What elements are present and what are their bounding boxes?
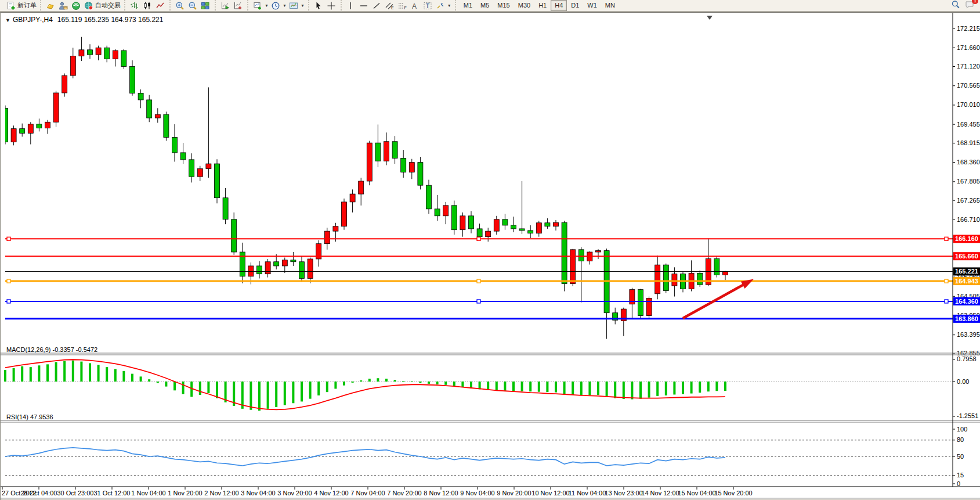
text-button[interactable]: A: [409, 1, 422, 11]
macd-bar: [38, 365, 40, 382]
svg-text:165.660: 165.660: [955, 253, 978, 260]
horizontal-line-button[interactable]: [358, 1, 371, 11]
signal-button[interactable]: [70, 1, 83, 11]
svg-text:15 Nov 20:00: 15 Nov 20:00: [714, 490, 752, 497]
fibonacci-button[interactable]: F: [396, 1, 409, 11]
zoom-out-button[interactable]: [187, 1, 200, 11]
timeframe-M5[interactable]: M5: [476, 0, 493, 11]
bull-candle: [367, 143, 372, 181]
macd-bar: [148, 379, 150, 382]
svg-text:164.943: 164.943: [955, 278, 978, 285]
trendline-button[interactable]: [371, 1, 384, 11]
bear-candle: [401, 158, 406, 172]
search-icon[interactable]: [951, 0, 960, 12]
macd-bar: [614, 382, 616, 398]
text-label-button[interactable]: T: [422, 1, 435, 11]
timeframe-MN[interactable]: MN: [601, 0, 619, 11]
tester-icon: [220, 1, 230, 10]
line-chart-button[interactable]: [154, 1, 167, 11]
timeframe-D1[interactable]: D1: [567, 0, 583, 11]
toolbar-group-charttype: [124, 0, 169, 12]
periods-dropdown[interactable]: ▼: [283, 3, 287, 8]
bull-candle: [443, 206, 449, 216]
timeframe-M15[interactable]: M15: [493, 0, 513, 11]
chart-canvas[interactable]: 172.215171.660171.120170.565170.010169.4…: [1, 13, 980, 500]
bear-candle: [3, 108, 8, 142]
tester-add-button[interactable]: [232, 1, 245, 11]
bull-candle: [96, 48, 101, 55]
line-handle: [7, 279, 10, 283]
macd-bar: [394, 380, 396, 382]
macd-bar: [631, 382, 633, 400]
bar-chart-button[interactable]: [129, 1, 142, 11]
macd-bar: [284, 382, 286, 405]
candlestick-chart-button[interactable]: [142, 1, 154, 11]
periods-button[interactable]: ▼: [270, 1, 288, 11]
bear-candle: [638, 290, 643, 316]
bull-candle: [70, 56, 75, 76]
macd-bar: [656, 382, 659, 396]
timeframe-M1[interactable]: M1: [460, 0, 476, 11]
gold-nugget-icon: [46, 1, 55, 10]
timeframe-M30[interactable]: M30: [514, 0, 534, 11]
bull-candle: [197, 168, 202, 177]
bull-candle: [486, 231, 491, 237]
zoom-in-button[interactable]: [174, 1, 187, 11]
equidistant-channel-icon: E: [385, 1, 395, 10]
macd-bar: [122, 371, 125, 382]
svg-text:9 Nov 20:00: 9 Nov 20:00: [497, 490, 531, 497]
macd-bar: [639, 382, 642, 399]
new-order-button[interactable]: 新订单: [5, 1, 38, 11]
bear-candle: [435, 209, 440, 216]
tester-button[interactable]: [219, 1, 232, 11]
bear-candle: [189, 160, 194, 177]
timeframe-H4[interactable]: H4: [551, 0, 567, 11]
bear-candle: [20, 129, 25, 134]
cursor-button[interactable]: [313, 1, 326, 11]
bull-candle: [265, 262, 270, 274]
new-chart-dropdown[interactable]: ▼: [265, 3, 269, 8]
tile-windows-icon: [201, 1, 210, 10]
chat-button[interactable]: 1: [965, 0, 975, 12]
svg-text:171.660: 171.660: [957, 44, 980, 51]
bear-candle: [130, 67, 135, 93]
timeframe-H1[interactable]: H1: [534, 0, 551, 11]
macd-bar: [131, 374, 133, 382]
shift-marker-icon[interactable]: [707, 16, 713, 20]
bull-candle: [359, 181, 364, 194]
bear-candle: [180, 153, 186, 160]
macd-panel: 0.79580.00-1.2551: [4, 355, 978, 419]
time-axis[interactable]: 27 Oct 202228 Oct 04:0030 Oct 23:0031 Oc…: [2, 487, 753, 497]
bull-candle: [333, 226, 338, 231]
rsi-panel: 1008050150: [5, 426, 967, 487]
svg-text:80: 80: [957, 436, 964, 443]
bear-candle: [37, 124, 42, 128]
macd-bar: [309, 382, 312, 399]
bull-candle: [384, 142, 389, 161]
new-chart-button[interactable]: ▼: [252, 1, 270, 11]
account-button[interactable]: [57, 1, 70, 11]
macd-bar: [580, 382, 583, 395]
trendline-icon: [372, 1, 381, 10]
signal-icon: [71, 1, 81, 10]
timeframe-W1[interactable]: W1: [583, 0, 601, 11]
bear-candle: [274, 262, 279, 266]
macd-bar: [249, 382, 252, 410]
equidistant-channel-button[interactable]: E: [384, 1, 396, 11]
new-chart-icon: [253, 1, 262, 10]
toolbar-group-timeframes: M1M5M15M30H1H4D1W1MN: [455, 0, 621, 12]
crosshair-button[interactable]: [326, 1, 338, 11]
autotrade-button[interactable]: 自动交易: [83, 1, 122, 11]
arrows-button[interactable]: ▼: [435, 1, 453, 11]
svg-text:28 Oct 04:00: 28 Oct 04:00: [21, 490, 57, 497]
macd-bar: [546, 382, 548, 392]
vertical-line-button[interactable]: [345, 1, 358, 11]
arrows-dropdown[interactable]: ▼: [447, 3, 451, 8]
templates-button[interactable]: ▼: [288, 1, 306, 11]
svg-text:-1.2551: -1.2551: [957, 412, 978, 419]
tile-windows-button[interactable]: [200, 1, 212, 11]
templates-dropdown[interactable]: ▼: [301, 3, 305, 8]
macd-bar: [63, 361, 66, 382]
gold-button[interactable]: [45, 1, 57, 11]
macd-bar: [707, 382, 710, 391]
